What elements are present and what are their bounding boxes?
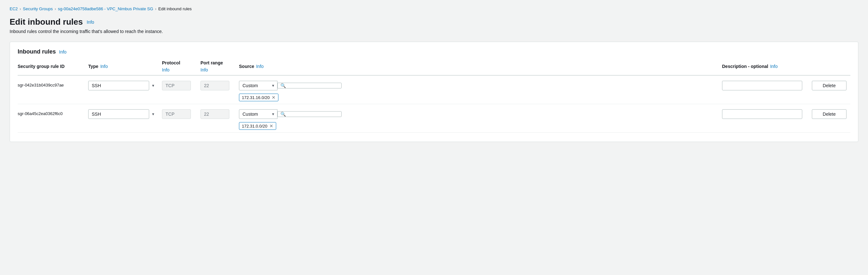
header-type: Type Info (88, 60, 162, 72)
source-select-wrapper-1: Custom Anywhere-IPv4 Anywhere-IPv6 My IP… (239, 81, 277, 91)
cell-desc-2 (722, 109, 812, 119)
header-source: Source Info (239, 60, 722, 72)
type-select-arrow-2: ▼ (151, 112, 155, 116)
card-header: Inbound rules Info (18, 48, 850, 55)
source-row-1: Custom Anywhere-IPv4 Anywhere-IPv6 My IP… (239, 81, 718, 91)
source-group-1: Custom Anywhere-IPv4 Anywhere-IPv6 My IP… (239, 81, 718, 101)
header-port-range: Port range Info (200, 60, 239, 72)
page-info-link[interactable]: Info (87, 20, 94, 25)
type-select-2[interactable]: SSH HTTP HTTPS Custom TCP All traffic (88, 109, 149, 119)
source-info-link[interactable]: Info (256, 64, 264, 69)
breadcrumb-ec2[interactable]: EC2 (10, 6, 18, 11)
rule-id-2: sgr-06a45c2ea0362f6c0 (18, 109, 84, 116)
port-input-1 (200, 81, 229, 91)
rules-table: Security group rule ID Type Info Protoco… (18, 60, 850, 133)
tag-chip-1: 172.31.16.0/20 ✕ (239, 94, 278, 101)
table-row: sgr-042e31b0439cc97ae SSH HTTP HTTPS Cus… (18, 76, 850, 104)
type-select-wrapper-2: SSH HTTP HTTPS Custom TCP All traffic ▼ (88, 109, 158, 119)
header-description: Description - optional Info (722, 60, 812, 72)
type-select-arrow-1: ▼ (151, 84, 155, 88)
cell-type-2: SSH HTTP HTTPS Custom TCP All traffic ▼ (88, 109, 162, 119)
tag-value-1: 172.31.16.0/20 (242, 95, 270, 100)
header-protocol: Protocol Info (162, 60, 200, 72)
card-title: Inbound rules (18, 48, 56, 55)
protocol-input-1 (162, 81, 191, 91)
search-icon-2: 🔍 (280, 111, 286, 117)
desc-input-1[interactable] (722, 81, 802, 91)
breadcrumb-current: Edit inbound rules (158, 6, 192, 11)
table-header-row: Security group rule ID Type Info Protoco… (18, 60, 850, 76)
cell-rule-id-1: sgr-042e31b0439cc97ae (18, 81, 88, 88)
breadcrumb-sep-3: › (155, 7, 157, 11)
tag-chip-2: 172.31.0.0/20 ✕ (239, 122, 276, 130)
page-title: Edit inbound rules (10, 17, 83, 27)
tag-row-1: 172.31.16.0/20 ✕ (239, 94, 718, 101)
breadcrumb-sep-1: › (20, 7, 21, 11)
cell-port-2 (200, 109, 239, 119)
cell-source-1: Custom Anywhere-IPv4 Anywhere-IPv6 My IP… (239, 81, 722, 101)
cell-source-2: Custom Anywhere-IPv4 Anywhere-IPv6 My IP… (239, 109, 722, 130)
type-select-1[interactable]: SSH HTTP HTTPS Custom TCP All traffic (88, 81, 149, 91)
table-row: sgr-06a45c2ea0362f6c0 SSH HTTP HTTPS Cus… (18, 104, 850, 133)
cell-desc-1 (722, 81, 812, 91)
card-info-link[interactable]: Info (59, 49, 66, 55)
protocol-input-2 (162, 109, 191, 119)
page-container: EC2 › Security Groups › sg-00a24e0758adb… (0, 0, 868, 148)
source-row-2: Custom Anywhere-IPv4 Anywhere-IPv6 My IP… (239, 109, 718, 119)
breadcrumb-security-groups[interactable]: Security Groups (23, 6, 53, 11)
tag-remove-2[interactable]: ✕ (270, 124, 273, 129)
header-rule-id: Security group rule ID (18, 60, 88, 72)
cell-delete-2: Delete (812, 109, 850, 119)
tag-value-2: 172.31.0.0/20 (242, 124, 268, 129)
inbound-rules-card: Inbound rules Info Security group rule I… (10, 42, 858, 142)
protocol-info-link[interactable]: Info (162, 67, 169, 72)
delete-button-1[interactable]: Delete (812, 81, 846, 91)
source-select-2[interactable]: Custom Anywhere-IPv4 Anywhere-IPv6 My IP (239, 109, 277, 119)
description-info-link[interactable]: Info (770, 64, 778, 69)
source-search-input-2[interactable] (287, 111, 339, 117)
source-select-1[interactable]: Custom Anywhere-IPv4 Anywhere-IPv6 My IP (239, 81, 277, 91)
source-search-wrapper-1[interactable]: 🔍 (277, 83, 342, 89)
port-range-info-link[interactable]: Info (200, 67, 208, 72)
cell-type-1: SSH HTTP HTTPS Custom TCP All traffic ▼ (88, 81, 162, 91)
port-input-2 (200, 109, 229, 119)
breadcrumb-sep-2: › (55, 7, 56, 11)
page-description: Inbound rules control the incoming traff… (10, 29, 858, 34)
breadcrumb: EC2 › Security Groups › sg-00a24e0758adb… (10, 6, 858, 11)
breadcrumb-sg-id[interactable]: sg-00a24e0758adbe586 - VPC_Nimbus Privat… (58, 6, 153, 11)
page-title-row: Edit inbound rules Info (10, 17, 858, 27)
header-action (812, 60, 850, 72)
cell-protocol-2 (162, 109, 200, 119)
tag-remove-1[interactable]: ✕ (272, 95, 276, 100)
source-group-2: Custom Anywhere-IPv4 Anywhere-IPv6 My IP… (239, 109, 718, 130)
source-search-wrapper-2[interactable]: 🔍 (277, 111, 342, 117)
cell-rule-id-2: sgr-06a45c2ea0362f6c0 (18, 109, 88, 116)
cell-delete-1: Delete (812, 81, 850, 91)
type-info-link[interactable]: Info (100, 64, 108, 69)
cell-port-1 (200, 81, 239, 91)
delete-button-2[interactable]: Delete (812, 109, 846, 119)
tag-row-2: 172.31.0.0/20 ✕ (239, 122, 718, 130)
search-icon-1: 🔍 (280, 83, 286, 88)
rule-id-1: sgr-042e31b0439cc97ae (18, 81, 84, 88)
type-select-wrapper-1: SSH HTTP HTTPS Custom TCP All traffic ▼ (88, 81, 158, 91)
source-search-input-1[interactable] (287, 83, 339, 88)
cell-protocol-1 (162, 81, 200, 91)
source-select-wrapper-2: Custom Anywhere-IPv4 Anywhere-IPv6 My IP… (239, 109, 277, 119)
desc-input-2[interactable] (722, 109, 802, 119)
